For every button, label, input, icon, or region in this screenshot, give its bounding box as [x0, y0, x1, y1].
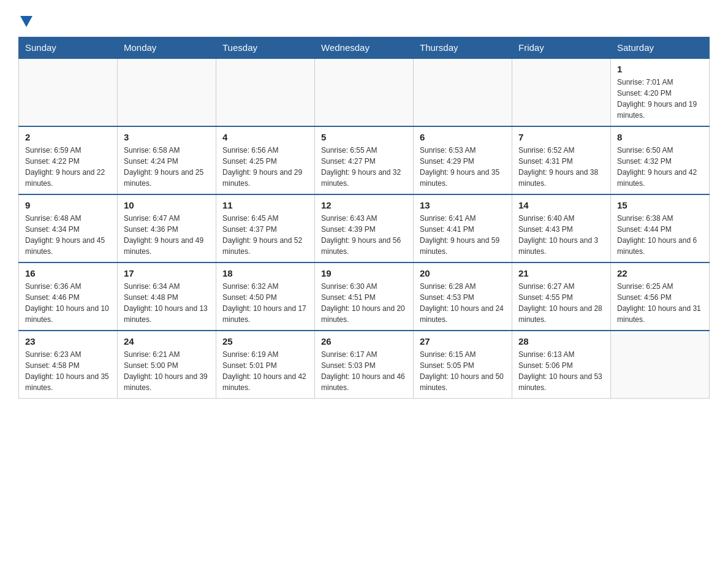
calendar-cell: [118, 58, 216, 126]
day-info: Sunrise: 6:56 AMSunset: 4:25 PMDaylight:…: [222, 145, 308, 189]
calendar-cell: 14Sunrise: 6:40 AMSunset: 4:43 PMDayligh…: [512, 194, 611, 262]
calendar-cell: 5Sunrise: 6:55 AMSunset: 4:27 PMDaylight…: [315, 126, 414, 194]
day-info: Sunrise: 6:48 AMSunset: 4:34 PMDaylight:…: [25, 213, 111, 257]
day-number: 16: [25, 268, 111, 278]
day-info: Sunrise: 6:53 AMSunset: 4:29 PMDaylight:…: [420, 145, 506, 189]
weekday-header-saturday: Saturday: [611, 37, 710, 59]
day-number: 3: [124, 132, 210, 142]
calendar-cell: 16Sunrise: 6:36 AMSunset: 4:46 PMDayligh…: [19, 262, 118, 331]
calendar-cell: 13Sunrise: 6:41 AMSunset: 4:41 PMDayligh…: [414, 194, 512, 262]
day-number: 7: [518, 132, 604, 142]
calendar-week-row: 1Sunrise: 7:01 AMSunset: 4:20 PMDaylight…: [19, 58, 710, 126]
calendar-cell: 17Sunrise: 6:34 AMSunset: 4:48 PMDayligh…: [118, 262, 216, 331]
calendar-cell: 2Sunrise: 6:59 AMSunset: 4:22 PMDaylight…: [19, 126, 118, 194]
weekday-header-monday: Monday: [118, 37, 216, 59]
day-number: 21: [518, 268, 604, 278]
day-info: Sunrise: 6:32 AMSunset: 4:50 PMDaylight:…: [222, 281, 308, 325]
page-header: [18, 15, 710, 26]
weekday-header-sunday: Sunday: [19, 37, 118, 59]
weekday-header-row: SundayMondayTuesdayWednesdayThursdayFrid…: [19, 37, 710, 59]
day-info: Sunrise: 6:13 AMSunset: 5:06 PMDaylight:…: [518, 349, 604, 393]
calendar-table: SundayMondayTuesdayWednesdayThursdayFrid…: [18, 37, 710, 399]
calendar-cell: 1Sunrise: 7:01 AMSunset: 4:20 PMDaylight…: [611, 58, 710, 126]
logo-triangle-icon: [20, 16, 32, 27]
day-number: 22: [617, 268, 703, 278]
day-number: 15: [617, 200, 703, 210]
day-info: Sunrise: 6:19 AMSunset: 5:01 PMDaylight:…: [222, 349, 308, 393]
calendar-cell: 26Sunrise: 6:17 AMSunset: 5:03 PMDayligh…: [315, 331, 414, 399]
calendar-cell: 8Sunrise: 6:50 AMSunset: 4:32 PMDaylight…: [611, 126, 710, 194]
day-info: Sunrise: 6:30 AMSunset: 4:51 PMDaylight:…: [321, 281, 407, 325]
calendar-cell: 28Sunrise: 6:13 AMSunset: 5:06 PMDayligh…: [512, 331, 611, 399]
calendar-week-row: 16Sunrise: 6:36 AMSunset: 4:46 PMDayligh…: [19, 262, 710, 331]
logo: [18, 15, 32, 26]
calendar-cell: 23Sunrise: 6:23 AMSunset: 4:58 PMDayligh…: [19, 331, 118, 399]
day-info: Sunrise: 6:45 AMSunset: 4:37 PMDaylight:…: [222, 213, 308, 257]
calendar-cell: 19Sunrise: 6:30 AMSunset: 4:51 PMDayligh…: [315, 262, 414, 331]
day-info: Sunrise: 6:52 AMSunset: 4:31 PMDaylight:…: [518, 145, 604, 189]
day-number: 10: [124, 200, 210, 210]
day-info: Sunrise: 6:25 AMSunset: 4:56 PMDaylight:…: [617, 281, 703, 325]
day-info: Sunrise: 6:47 AMSunset: 4:36 PMDaylight:…: [124, 213, 210, 257]
day-number: 5: [321, 132, 407, 142]
calendar-cell: 6Sunrise: 6:53 AMSunset: 4:29 PMDaylight…: [414, 126, 512, 194]
day-info: Sunrise: 6:28 AMSunset: 4:53 PMDaylight:…: [420, 281, 506, 325]
day-number: 17: [124, 268, 210, 278]
day-info: Sunrise: 6:34 AMSunset: 4:48 PMDaylight:…: [124, 281, 210, 325]
day-number: 6: [420, 132, 506, 142]
calendar-week-row: 23Sunrise: 6:23 AMSunset: 4:58 PMDayligh…: [19, 331, 710, 399]
calendar-cell: 21Sunrise: 6:27 AMSunset: 4:55 PMDayligh…: [512, 262, 611, 331]
day-info: Sunrise: 7:01 AMSunset: 4:20 PMDaylight:…: [617, 77, 703, 121]
calendar-cell: 4Sunrise: 6:56 AMSunset: 4:25 PMDaylight…: [216, 126, 315, 194]
day-number: 2: [25, 132, 111, 142]
day-number: 9: [25, 200, 111, 210]
calendar-cell: 12Sunrise: 6:43 AMSunset: 4:39 PMDayligh…: [315, 194, 414, 262]
day-number: 11: [222, 200, 308, 210]
calendar-cell: 20Sunrise: 6:28 AMSunset: 4:53 PMDayligh…: [414, 262, 512, 331]
calendar-cell: 3Sunrise: 6:58 AMSunset: 4:24 PMDaylight…: [118, 126, 216, 194]
calendar-cell: 25Sunrise: 6:19 AMSunset: 5:01 PMDayligh…: [216, 331, 315, 399]
calendar-cell: 9Sunrise: 6:48 AMSunset: 4:34 PMDaylight…: [19, 194, 118, 262]
day-number: 28: [518, 336, 604, 347]
day-info: Sunrise: 6:59 AMSunset: 4:22 PMDaylight:…: [25, 145, 111, 189]
day-number: 4: [222, 132, 308, 142]
day-number: 19: [321, 268, 407, 278]
day-number: 1: [617, 64, 703, 74]
day-info: Sunrise: 6:43 AMSunset: 4:39 PMDaylight:…: [321, 213, 407, 257]
calendar-cell: [512, 58, 611, 126]
weekday-header-thursday: Thursday: [414, 37, 512, 59]
day-number: 14: [518, 200, 604, 210]
weekday-header-wednesday: Wednesday: [315, 37, 414, 59]
day-info: Sunrise: 6:36 AMSunset: 4:46 PMDaylight:…: [25, 281, 111, 325]
day-number: 23: [25, 336, 111, 347]
day-info: Sunrise: 6:38 AMSunset: 4:44 PMDaylight:…: [617, 213, 703, 257]
calendar-cell: [414, 58, 512, 126]
day-info: Sunrise: 6:50 AMSunset: 4:32 PMDaylight:…: [617, 145, 703, 189]
day-info: Sunrise: 6:40 AMSunset: 4:43 PMDaylight:…: [518, 213, 604, 257]
calendar-cell: 11Sunrise: 6:45 AMSunset: 4:37 PMDayligh…: [216, 194, 315, 262]
day-info: Sunrise: 6:27 AMSunset: 4:55 PMDaylight:…: [518, 281, 604, 325]
day-number: 12: [321, 200, 407, 210]
day-number: 8: [617, 132, 703, 142]
day-info: Sunrise: 6:58 AMSunset: 4:24 PMDaylight:…: [124, 145, 210, 189]
weekday-header-tuesday: Tuesday: [216, 37, 315, 59]
day-number: 18: [222, 268, 308, 278]
day-number: 27: [420, 336, 506, 347]
calendar-cell: 22Sunrise: 6:25 AMSunset: 4:56 PMDayligh…: [611, 262, 710, 331]
day-info: Sunrise: 6:21 AMSunset: 5:00 PMDaylight:…: [124, 349, 210, 393]
calendar-cell: 10Sunrise: 6:47 AMSunset: 4:36 PMDayligh…: [118, 194, 216, 262]
calendar-week-row: 2Sunrise: 6:59 AMSunset: 4:22 PMDaylight…: [19, 126, 710, 194]
calendar-cell: 18Sunrise: 6:32 AMSunset: 4:50 PMDayligh…: [216, 262, 315, 331]
weekday-header-friday: Friday: [512, 37, 611, 59]
day-info: Sunrise: 6:55 AMSunset: 4:27 PMDaylight:…: [321, 145, 407, 189]
day-number: 20: [420, 268, 506, 278]
calendar-cell: 7Sunrise: 6:52 AMSunset: 4:31 PMDaylight…: [512, 126, 611, 194]
day-number: 13: [420, 200, 506, 210]
day-number: 26: [321, 336, 407, 347]
calendar-cell: [216, 58, 315, 126]
calendar-cell: 27Sunrise: 6:15 AMSunset: 5:05 PMDayligh…: [414, 331, 512, 399]
calendar-cell: 24Sunrise: 6:21 AMSunset: 5:00 PMDayligh…: [118, 331, 216, 399]
calendar-week-row: 9Sunrise: 6:48 AMSunset: 4:34 PMDaylight…: [19, 194, 710, 262]
day-info: Sunrise: 6:41 AMSunset: 4:41 PMDaylight:…: [420, 213, 506, 257]
day-info: Sunrise: 6:17 AMSunset: 5:03 PMDaylight:…: [321, 349, 407, 393]
